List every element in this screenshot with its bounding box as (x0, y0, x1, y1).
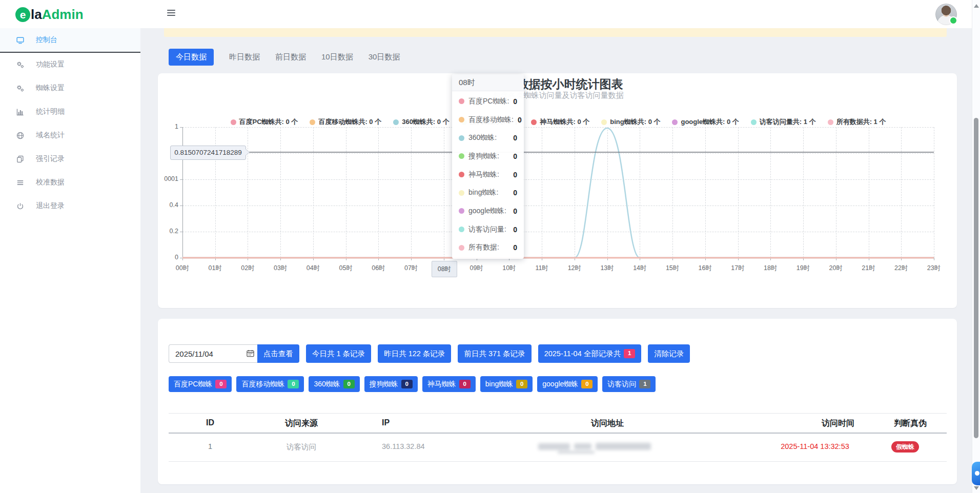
tooltip-series-value: 0 (513, 189, 517, 197)
y-axis-tick-label: 0.2 (158, 228, 178, 235)
legend-dot (672, 119, 678, 125)
legend-item[interactable]: 所有数据共: 1 个 (828, 117, 886, 127)
tooltip-series-label: 访客访问量: (468, 225, 509, 234)
spider-filter-button-5[interactable]: bing蜘蛛0 (480, 376, 533, 392)
visit-url-blurred (538, 442, 651, 454)
sidebar-item-menu-6[interactable]: 校准数据 (0, 171, 140, 194)
sidebar-item-menu-4[interactable]: 域名统计 (0, 124, 140, 147)
tooltip-series-value: 0 (513, 134, 517, 142)
tooltip-series-dot (459, 153, 464, 159)
tooltip-row: google蜘蛛:0 (452, 202, 524, 220)
tooltip-row: 所有数据:0 (452, 238, 524, 257)
spider-button-label: 神马蜘蛛 (427, 380, 456, 389)
tab-0[interactable]: 今日数据 (169, 49, 214, 66)
y-axis-pointer-value: 0.8150707241718289 (174, 149, 241, 156)
sidebar-item-label: 强引记录 (36, 154, 65, 163)
x-axis-tick (934, 258, 934, 260)
scroll-down-arrow[interactable] (974, 486, 979, 490)
yesterday-records-button[interactable]: 昨日共 122 条记录 (378, 344, 451, 363)
tooltip-row: 360蜘蛛:0 (452, 129, 524, 147)
legend-dot (828, 119, 833, 125)
daybefore-records-button[interactable]: 前日共 371 条记录 (458, 344, 531, 363)
sidebar-item-menu-7[interactable]: 退出登录 (0, 194, 140, 218)
desktop-icon (16, 36, 25, 45)
legend-item[interactable]: 访客访问量共: 1 个 (751, 117, 816, 127)
sidebar-item-label: 退出登录 (36, 201, 65, 211)
chart-card: 蜘蛛数据按小时统计图表 包含各类蜘蛛访问量及访客访问量数据 百度PC蜘蛛共: 0… (158, 73, 957, 308)
scroll-up-arrow[interactable] (974, 4, 979, 8)
spider-filter-button-4[interactable]: 神马蜘蛛0 (422, 376, 476, 392)
sidebar-item-label: 域名统计 (36, 131, 65, 140)
tooltip-row: 百度PC蜘蛛:0 (452, 92, 524, 111)
legend-item[interactable]: 360蜘蛛共: 0 个 (393, 117, 449, 127)
floating-widget[interactable] (972, 462, 980, 485)
x-axis-tick-label: 20时 (820, 264, 852, 273)
scrollbar-track[interactable] (972, 0, 980, 493)
spider-button-label: 访客访问 (607, 380, 636, 389)
legend-label: 神马蜘蛛共: 0 个 (540, 117, 589, 127)
copy-icon (16, 155, 25, 163)
legend-item[interactable]: bing蜘蛛共: 0 个 (601, 117, 660, 127)
x-axis-tick-label: 04时 (297, 264, 330, 273)
legend-label: bing蜘蛛共: 0 个 (610, 117, 660, 127)
tooltip-series-dot (459, 208, 464, 214)
tooltip-series-value: 0 (513, 243, 517, 252)
tab-1[interactable]: 昨日数据 (229, 52, 260, 62)
scrollbar-thumb[interactable] (974, 118, 978, 438)
menu-toggle-icon[interactable] (167, 10, 175, 17)
legend-item[interactable]: 神马蜘蛛共: 0 个 (531, 117, 589, 127)
legend-item[interactable]: 百度移动蜘蛛共: 0 个 (310, 117, 381, 127)
spider-count-badge: 1 (639, 380, 650, 389)
sidebar-item-menu-5[interactable]: 强引记录 (0, 147, 140, 171)
spider-filter-button-7[interactable]: 访客访问1 (602, 376, 656, 392)
row-ip: 36.113.32.84 (382, 442, 425, 450)
all-records-button[interactable]: 2025-11-04 全部记录共1 (538, 344, 642, 363)
legend-dot (601, 119, 607, 125)
tooltip-row: 百度移动蜘蛛:0 (452, 111, 524, 129)
tab-2[interactable]: 前日数据 (275, 52, 306, 62)
record-button-label: 今日共 1 条记录 (312, 349, 365, 359)
spider-filter-button-3[interactable]: 搜狗蜘蛛0 (364, 376, 418, 392)
spider-filter-button-6[interactable]: google蜘蛛0 (537, 376, 598, 392)
tab-3[interactable]: 10日数据 (321, 52, 353, 62)
tooltip-series-dot (459, 172, 464, 177)
tooltip-series-label: google蜘蛛: (468, 207, 509, 216)
gears-icon (16, 84, 25, 93)
tooltip-row: 访客访问量:0 (452, 220, 524, 239)
date-input[interactable] (169, 344, 257, 363)
x-axis-tick-label: 12时 (558, 264, 591, 273)
x-axis-tick-label: 22时 (885, 264, 917, 273)
legend-item[interactable]: 百度PC蜘蛛共: 0 个 (231, 117, 298, 127)
legend-label: google蜘蛛共: 0 个 (681, 117, 739, 127)
spider-filter-button-2[interactable]: 360蜘蛛0 (309, 376, 359, 392)
table-header-cell: 访问时间 (822, 418, 854, 429)
today-records-button[interactable]: 今日共 1 条记录 (306, 344, 371, 363)
sidebar-item-menu-1[interactable]: 功能设置 (0, 53, 140, 76)
list-icon (16, 178, 25, 187)
clear-records-button[interactable]: 清除记录 (648, 344, 690, 363)
sidebar-item-dashboard[interactable]: 控制台 (0, 28, 140, 53)
chart-series-lines (182, 127, 934, 260)
tooltip-series-value: 0 (513, 171, 517, 179)
gears-icon (16, 60, 25, 69)
tooltip-series-value: 0 (513, 225, 517, 234)
records-card: 点击查看 今日共 1 条记录昨日共 122 条记录前日共 371 条记录2025… (158, 319, 957, 484)
avatar[interactable] (935, 4, 957, 25)
power-icon (16, 202, 25, 211)
calendar-icon[interactable] (247, 350, 254, 357)
x-axis-tick-label: 19时 (787, 264, 820, 273)
tooltip-series-label: 百度PC蜘蛛: (468, 97, 509, 106)
view-button[interactable]: 点击查看 (257, 344, 299, 363)
legend-item[interactable]: google蜘蛛共: 0 个 (672, 117, 739, 127)
sidebar-item-menu-3[interactable]: 统计明细 (0, 100, 140, 124)
tab-4[interactable]: 30日数据 (369, 52, 400, 62)
tooltip-series-value: 0 (513, 152, 517, 160)
spider-filter-button-1[interactable]: 百度移动蜘蛛0 (236, 376, 304, 392)
chart-canvas[interactable] (182, 127, 934, 258)
sidebar-item-menu-2[interactable]: 蜘蛛设置 (0, 76, 140, 100)
sidebar-item-label: 统计明细 (36, 107, 65, 116)
logo-e-icon: e (15, 7, 30, 22)
tooltip-series-dot (459, 135, 464, 141)
spider-filter-button-0[interactable]: 百度PC蜘蛛0 (169, 376, 232, 392)
app-logo[interactable]: elaAdmin (15, 6, 84, 23)
